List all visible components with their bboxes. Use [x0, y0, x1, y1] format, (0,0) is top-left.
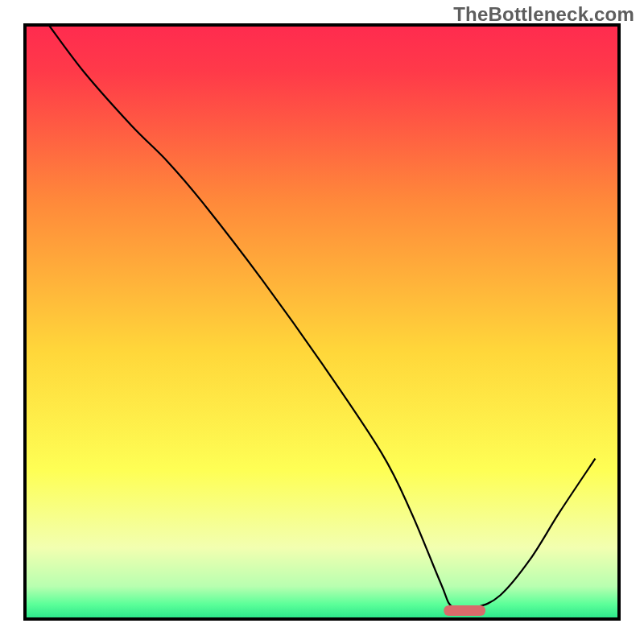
bottleneck-chart — [0, 0, 644, 644]
gradient-background — [25, 25, 619, 619]
watermark-text: TheBottleneck.com — [453, 3, 634, 26]
optimal-zone-marker — [444, 605, 485, 616]
